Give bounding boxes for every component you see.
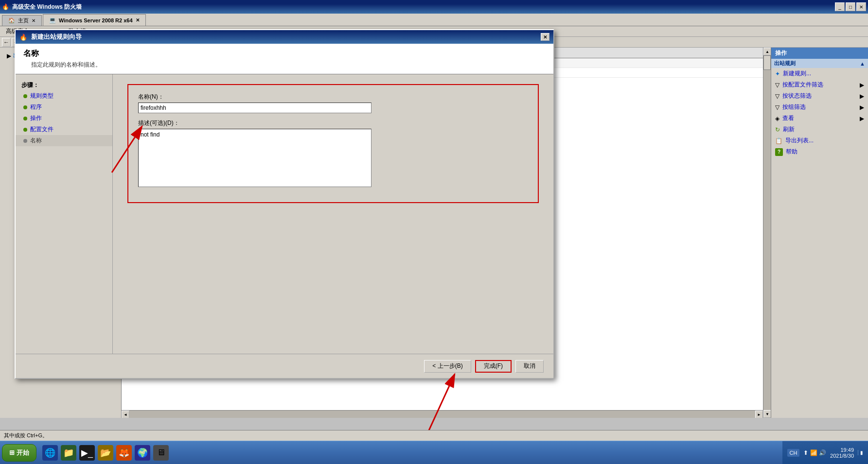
scroll-right-btn[interactable]: ► — [755, 411, 763, 418]
toolbar-back[interactable]: ← — [2, 38, 11, 47]
taskbar-icon-app[interactable]: 🖥 — [153, 445, 169, 461]
wizard-footer: < 上一步(B) 完成(F) 取消 — [16, 354, 553, 378]
prev-button[interactable]: < 上一步(B) — [424, 360, 471, 373]
window-icon: 🔥 — [2, 3, 9, 10]
wizard-title-icon: 🔥 — [19, 34, 27, 41]
show-desktop[interactable]: ▮ — [858, 450, 863, 455]
help-icon: ? — [775, 148, 783, 156]
tab-home[interactable]: 🏠 主页 ✕ — [2, 15, 42, 26]
close-button[interactable]: ✕ — [856, 2, 866, 11]
export-label: 导出列表... — [785, 137, 814, 145]
tray-icons: ⬆ 📶 🔊 — [803, 449, 826, 456]
tab-server-close[interactable]: ✕ — [136, 17, 140, 23]
taskbar-icon-network[interactable]: 🌍 — [135, 445, 150, 461]
new-rule-label: 新建规则... — [783, 69, 811, 78]
action-new-rule[interactable]: ✦ 新建规则... — [771, 68, 868, 79]
tab-server[interactable]: 💻 Windows Server 2008 R2 x64 ✕ — [43, 14, 146, 26]
time-display: 19:49 — [830, 447, 854, 453]
tab-home-label: 主页 — [18, 17, 29, 24]
wizard-steps: 步骤： 规则类型 程序 操作 配置文件 — [16, 74, 113, 354]
status-bar: 其中或按 Ctrl+G。 — [0, 430, 868, 441]
filter-state-icon: ▽ — [775, 93, 779, 100]
wizard-step-2: 操作 — [16, 113, 112, 124]
filter-profile-icon: ▽ — [775, 82, 779, 88]
scroll-left-btn[interactable]: ◄ — [122, 411, 129, 418]
name-label: 名称(N)： — [138, 93, 528, 101]
taskbar-icon-ie[interactable]: 🌐 — [42, 445, 58, 461]
submenu-arrow: ▶ — [860, 82, 864, 88]
taskbar-icon-explorer[interactable]: 📁 — [61, 445, 76, 461]
taskbar-icon-cmd[interactable]: ▶_ — [79, 445, 95, 461]
taskbar-tray: CH ⬆ 📶 🔊 19:49 2021/8/30 ▮ — [782, 441, 868, 464]
action-filter-profile[interactable]: ▽ 按配置文件筛选 ▶ — [771, 79, 868, 90]
taskbar: ⊞ 开始 🌐 📁 ▶_ 📂 🦊 🌍 🖥 CH ⬆ 📶 🔊 19:49 2021/… — [0, 441, 868, 464]
view-icon: ◈ — [775, 115, 779, 122]
submenu-arrow-4: ▶ — [860, 115, 864, 122]
scroll-down-btn[interactable]: ▼ — [763, 410, 771, 418]
cancel-button[interactable]: 取消 — [515, 360, 544, 373]
name-input[interactable] — [138, 103, 372, 113]
taskbar-icon-folder[interactable]: 📂 — [98, 445, 113, 461]
wizard-dialog: 🔥 新建出站规则向导 ✕ 名称 指定此规则的名称和描述。 步骤： 规则类型 程序 — [15, 29, 554, 379]
wizard-step-label-0[interactable]: 规则类型 — [30, 92, 53, 100]
status-text: 其中或按 Ctrl+G。 — [4, 432, 48, 439]
wizard-main: 名称(N)： 描述(可选)(D)： not find — [113, 74, 553, 354]
help-label: 帮助 — [786, 148, 797, 156]
finish-button[interactable]: 完成(F) — [475, 360, 512, 373]
wizard-step-label-1[interactable]: 程序 — [30, 103, 42, 111]
wizard-header-title: 名称 — [23, 49, 546, 59]
wizard-step-4: 名称 — [16, 135, 112, 146]
filter-state-label: 按状态筛选 — [782, 92, 812, 100]
desc-form-row: 描述(可选)(D)： not find — [138, 119, 528, 189]
wizard-body: 步骤： 规则类型 程序 操作 配置文件 — [16, 74, 553, 354]
wizard-step-label-3[interactable]: 配置文件 — [30, 125, 53, 134]
lang-indicator: CH — [787, 449, 800, 457]
action-refresh[interactable]: ↻ 刷新 — [771, 124, 868, 135]
wizard-header: 名称 指定此规则的名称和描述。 — [16, 44, 553, 74]
submenu-arrow-2: ▶ — [860, 93, 864, 100]
step-dot-0 — [23, 94, 27, 98]
filter-profile-label: 按配置文件筛选 — [782, 81, 823, 89]
step-dot-1 — [23, 105, 27, 109]
main-window: 🔥 高级安全 Windows 防火墙 _ □ ✕ 🏠 主页 ✕ 💻 Window… — [0, 0, 868, 418]
window-title: 高级安全 Windows 防火墙 — [12, 3, 832, 11]
wizard-titlebar: 🔥 新建出站规则向导 ✕ — [16, 30, 553, 44]
name-form-row: 名称(N)： — [138, 93, 528, 113]
action-export[interactable]: 📋 导出列表... — [771, 135, 868, 146]
scroll-thumb[interactable] — [763, 55, 771, 70]
wizard-step-3: 配置文件 — [16, 124, 112, 135]
tab-home-close[interactable]: ✕ — [32, 18, 35, 23]
wizard-step-label-4: 名称 — [30, 137, 42, 145]
tab-server-label: Windows Server 2008 R2 x64 — [59, 17, 133, 23]
action-filter-state[interactable]: ▽ 按状态筛选 ▶ — [771, 90, 868, 102]
wizard-header-subtitle: 指定此规则的名称和描述。 — [23, 61, 546, 69]
action-help[interactable]: ? 帮助 — [771, 146, 868, 157]
wizard-form-box: 名称(N)： 描述(可选)(D)： not find — [127, 84, 539, 203]
section-collapse-icon[interactable]: ▲ — [860, 61, 865, 67]
titlebar-buttons: _ □ ✕ — [835, 2, 866, 11]
wizard-step-0: 规则类型 — [16, 90, 112, 102]
actions-header: 操作 — [771, 48, 868, 59]
tabs-bar: 🏠 主页 ✕ 💻 Windows Server 2008 R2 x64 ✕ — [0, 14, 868, 26]
start-button[interactable]: ⊞ 开始 — [2, 444, 36, 462]
step-dot-4 — [23, 139, 27, 143]
date-display: 2021/8/30 — [830, 453, 854, 459]
scroll-up-btn[interactable]: ▲ — [763, 48, 771, 55]
wizard-step-label-2[interactable]: 操作 — [30, 114, 42, 122]
v-scrollbar: ▲ ▼ — [763, 48, 771, 418]
minimize-button[interactable]: _ — [835, 2, 845, 11]
filter-group-label: 按组筛选 — [782, 103, 806, 111]
action-view[interactable]: ◈ 查看 ▶ — [771, 113, 868, 124]
outer-titlebar: 🔥 高级安全 Windows 防火墙 _ □ ✕ — [0, 0, 868, 14]
desc-textarea[interactable]: not find — [138, 129, 372, 187]
step-dot-2 — [23, 117, 27, 120]
wizard-close-button[interactable]: ✕ — [541, 33, 549, 41]
filter-group-icon: ▽ — [775, 104, 779, 111]
restore-button[interactable]: □ — [846, 2, 855, 11]
taskbar-icon-firefox[interactable]: 🦊 — [116, 445, 132, 461]
v-scroll-track — [763, 55, 771, 410]
wizard-step-1: 程序 — [16, 102, 112, 113]
refresh-label: 刷新 — [783, 125, 795, 134]
windows-icon: ⊞ — [9, 449, 15, 456]
action-filter-group[interactable]: ▽ 按组筛选 ▶ — [771, 102, 868, 113]
